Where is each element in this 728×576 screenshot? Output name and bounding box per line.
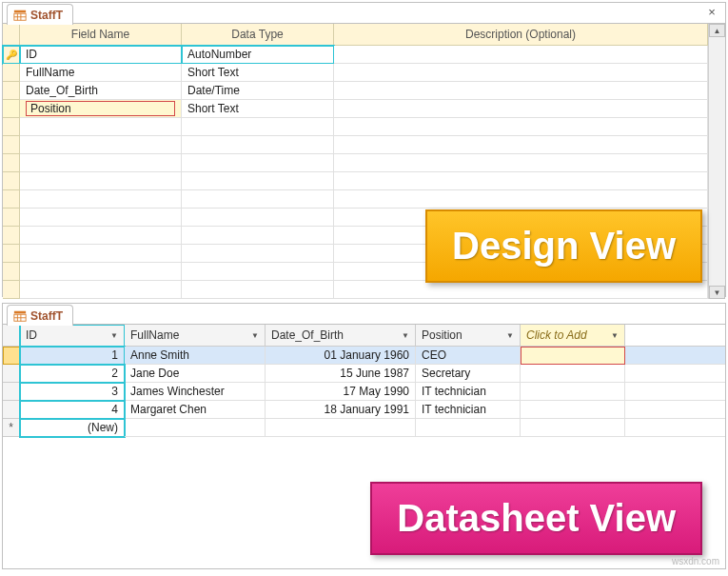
data-type-cell[interactable] <box>182 281 334 299</box>
field-name-cell[interactable]: Date_Of_Birth <box>20 82 182 100</box>
column-header-dob[interactable]: Date_Of_Birth▼ <box>266 325 416 347</box>
row-selector[interactable] <box>3 263 20 281</box>
data-type-cell[interactable] <box>182 245 334 263</box>
row-selector[interactable] <box>3 281 20 299</box>
row-selector-header[interactable] <box>3 24 20 46</box>
field-name-cell[interactable] <box>20 118 182 136</box>
cell-dob[interactable]: 15 June 1987 <box>266 365 416 383</box>
cell-dob[interactable]: 01 January 1960 <box>266 347 416 365</box>
data-type-header[interactable]: Data Type <box>182 24 334 46</box>
description-cell[interactable] <box>334 136 708 154</box>
field-name-header[interactable]: Field Name <box>20 24 182 46</box>
click-to-add-column[interactable]: Click to Add▼ <box>521 325 625 347</box>
dropdown-icon[interactable]: ▼ <box>402 331 409 340</box>
row-selector[interactable] <box>3 136 20 154</box>
row-selector[interactable] <box>3 100 20 118</box>
field-name-cell[interactable]: Position <box>20 100 182 118</box>
row-selector[interactable] <box>3 347 20 365</box>
field-name-cell[interactable] <box>20 245 182 263</box>
data-type-cell[interactable] <box>182 263 334 281</box>
cell-empty[interactable] <box>521 419 625 437</box>
close-icon[interactable]: × <box>704 5 719 20</box>
cell-clicktoadd[interactable] <box>521 347 625 365</box>
cell-empty[interactable] <box>266 419 416 437</box>
data-type-cell[interactable] <box>182 209 334 227</box>
column-header-position[interactable]: Position▼ <box>416 325 521 347</box>
row-selector[interactable] <box>3 190 20 209</box>
data-type-cell[interactable] <box>182 190 334 209</box>
data-type-cell[interactable] <box>182 172 334 190</box>
data-type-cell[interactable]: Short Text <box>182 100 334 118</box>
dropdown-icon[interactable]: ▼ <box>110 331 118 340</box>
description-cell[interactable] <box>334 46 708 64</box>
cell-id[interactable]: 4 <box>20 401 125 419</box>
dropdown-icon[interactable]: ▼ <box>506 331 514 340</box>
cell-id[interactable]: 3 <box>20 383 125 401</box>
cell-clicktoadd[interactable] <box>521 383 625 401</box>
cell-fullname[interactable]: Anne Smith <box>125 347 266 365</box>
field-name-cell[interactable]: FullName <box>20 64 182 82</box>
dropdown-icon[interactable]: ▼ <box>251 331 259 340</box>
field-name-cell[interactable] <box>20 136 182 154</box>
cell-clicktoadd[interactable] <box>521 365 625 383</box>
field-name-cell[interactable] <box>20 227 182 245</box>
tab-stafft[interactable]: StaffT <box>7 4 73 25</box>
cell-position[interactable]: Secretary <box>416 365 521 383</box>
row-selector[interactable] <box>3 64 20 82</box>
row-selector-header[interactable] <box>3 325 20 347</box>
scroll-down-icon[interactable]: ▼ <box>709 286 725 299</box>
row-selector[interactable] <box>3 227 20 245</box>
description-cell[interactable] <box>334 100 708 118</box>
tab-stafft[interactable]: StaffT <box>7 305 73 326</box>
cell-id[interactable]: 2 <box>20 365 125 383</box>
cell-position[interactable]: IT technician <box>416 383 521 401</box>
row-selector[interactable] <box>3 82 20 100</box>
data-type-cell[interactable] <box>182 154 334 172</box>
row-selector[interactable] <box>3 401 20 419</box>
cell-fullname[interactable]: Margaret Chen <box>125 401 266 419</box>
row-selector[interactable] <box>3 154 20 172</box>
cell-fullname[interactable]: James Winchester <box>125 383 266 401</box>
row-selector[interactable]: 🔑 <box>3 46 20 64</box>
field-name-cell[interactable]: ID <box>20 46 182 64</box>
cell-position[interactable]: CEO <box>416 347 521 365</box>
cell-empty[interactable] <box>125 419 266 437</box>
data-type-cell[interactable]: AutoNumber <box>182 46 334 64</box>
row-selector[interactable] <box>3 383 20 401</box>
description-cell[interactable] <box>334 118 708 136</box>
cell-empty[interactable] <box>416 419 521 437</box>
field-name-cell[interactable] <box>20 263 182 281</box>
cell-fullname[interactable]: Jane Doe <box>125 365 266 383</box>
scrollbar[interactable]: ▲ ▼ <box>708 24 725 299</box>
description-header[interactable]: Description (Optional) <box>334 24 708 46</box>
data-type-cell[interactable]: Date/Time <box>182 82 334 100</box>
new-row-selector[interactable]: * <box>3 419 20 437</box>
row-selector[interactable] <box>3 118 20 136</box>
row-selector[interactable] <box>3 365 20 383</box>
cell-id-new[interactable]: (New) <box>20 419 125 437</box>
data-type-cell[interactable] <box>182 136 334 154</box>
field-name-cell[interactable] <box>20 154 182 172</box>
cell-dob[interactable]: 18 January 1991 <box>266 401 416 419</box>
description-cell[interactable] <box>334 154 708 172</box>
cell-dob[interactable]: 17 May 1990 <box>266 383 416 401</box>
cell-clicktoadd[interactable] <box>521 401 625 419</box>
description-cell[interactable] <box>334 190 708 209</box>
cell-position[interactable]: IT technician <box>416 401 521 419</box>
data-type-cell[interactable] <box>182 227 334 245</box>
cell-id[interactable]: 1 <box>20 347 125 365</box>
description-cell[interactable] <box>334 281 708 299</box>
description-cell[interactable] <box>334 82 708 100</box>
description-cell[interactable] <box>334 172 708 190</box>
row-selector[interactable] <box>3 172 20 190</box>
row-selector[interactable] <box>3 245 20 263</box>
column-header-fullname[interactable]: FullName▼ <box>125 325 266 347</box>
row-selector[interactable] <box>3 209 20 227</box>
description-cell[interactable] <box>334 64 708 82</box>
data-type-cell[interactable] <box>182 118 334 136</box>
field-name-cell[interactable] <box>20 281 182 299</box>
column-header-id[interactable]: ID▼ <box>20 325 125 347</box>
field-name-cell[interactable] <box>20 190 182 209</box>
data-type-cell[interactable]: Short Text <box>182 64 334 82</box>
field-name-cell[interactable] <box>20 172 182 190</box>
